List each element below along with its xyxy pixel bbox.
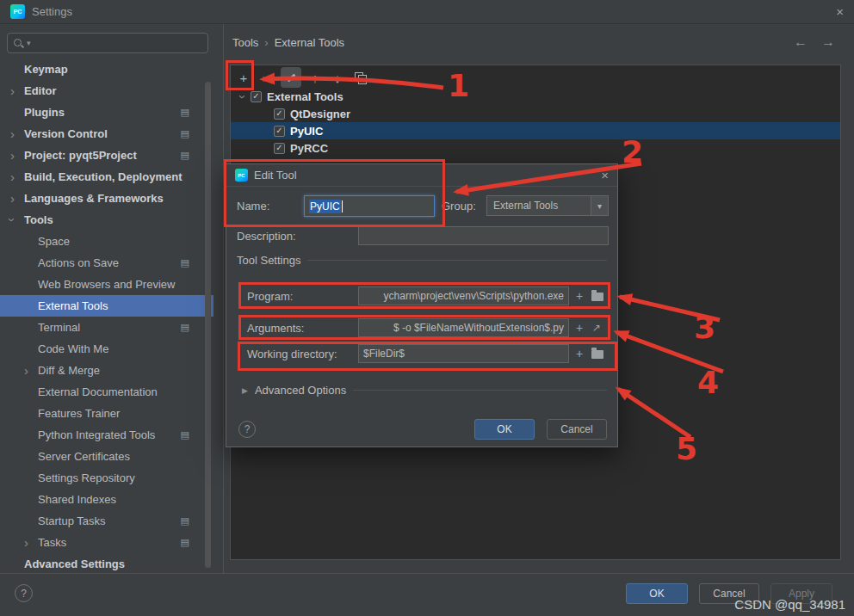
sidebar-item-build-execution-deployment[interactable]: › Build, Execution, Deployment <box>0 166 214 188</box>
search-history-chevron-icon[interactable]: ▾ <box>27 39 31 47</box>
program-input[interactable]: ycharm\project\venv\Scripts\python.exe <box>358 286 569 305</box>
sidebar-item-settings-repository[interactable]: Settings Repository <box>0 467 214 489</box>
ok-button[interactable]: OK <box>626 583 688 604</box>
chevron-right-icon: › <box>10 84 15 97</box>
settings-sync-icon: ▤ <box>181 515 189 527</box>
edit-tool-title: Edit Tool <box>254 169 297 182</box>
sidebar-item-terminal[interactable]: Terminal ▤ <box>0 317 214 338</box>
insert-macro-icon[interactable]: + <box>572 321 586 335</box>
window-close-icon[interactable]: × <box>836 5 844 18</box>
copy-icon <box>355 72 366 83</box>
sidebar-item-external-documentation[interactable]: External Documentation <box>0 381 214 403</box>
description-label: Description: <box>237 230 296 243</box>
expand-field-icon[interactable]: ↗ <box>590 321 603 335</box>
tree-row-pyrcc[interactable]: ✓ PyRCC <box>231 139 840 157</box>
tree-row-qtdesigner[interactable]: ✓ QtDesigner <box>231 105 840 122</box>
name-input[interactable]: PyUIC <box>304 195 435 217</box>
text-caret <box>342 200 343 213</box>
insert-macro-icon[interactable]: + <box>572 347 586 360</box>
sidebar-item-code-with-me[interactable]: Code With Me <box>0 338 214 360</box>
tree-row-external-tools[interactable]: › ✓ External Tools <box>231 88 840 105</box>
breadcrumb-separator: › <box>264 36 268 49</box>
checkbox-checked[interactable]: ✓ <box>251 91 262 102</box>
chevron-right-icon: › <box>10 170 15 183</box>
chevron-down-icon: › <box>6 218 19 222</box>
working-directory-label: Working directory: <box>247 348 337 360</box>
insert-macro-icon[interactable]: + <box>572 289 586 303</box>
move-down-button[interactable]: ↓ <box>327 67 348 88</box>
name-label: Name: <box>237 200 269 213</box>
sidebar-item-version-control[interactable]: › Version Control ▤ <box>0 123 214 145</box>
chevron-right-icon: › <box>10 192 15 205</box>
history-nav: ← → <box>794 34 835 50</box>
dialog-close-icon[interactable]: × <box>601 169 609 182</box>
settings-sync-icon: ▤ <box>181 128 189 139</box>
group-label: Group: <box>442 200 476 213</box>
breadcrumb: Tools › External Tools <box>232 36 344 49</box>
dialog-help-button[interactable]: ? <box>238 421 256 438</box>
section-separator-line <box>353 390 607 391</box>
chevron-right-icon: › <box>24 364 28 377</box>
working-directory-input[interactable]: $FileDir$ <box>358 344 569 363</box>
sidebar-item-tools[interactable]: › Tools <box>0 209 214 231</box>
copy-tool-button[interactable] <box>350 67 370 88</box>
breadcrumb-section[interactable]: Tools <box>232 36 258 49</box>
checkbox-checked[interactable]: ✓ <box>274 108 285 120</box>
sidebar-item-startup-tasks[interactable]: Startup Tasks ▤ <box>0 510 214 532</box>
chevron-down-icon[interactable]: › <box>237 95 250 99</box>
browse-folder-icon[interactable] <box>591 350 603 359</box>
settings-search-box[interactable]: ▾ <box>7 33 208 53</box>
sidebar-item-space[interactable]: Space <box>0 231 214 252</box>
forward-icon[interactable]: → <box>821 34 835 50</box>
arguments-label: Arguments: <box>247 322 304 335</box>
dialog-cancel-button[interactable]: Cancel <box>547 419 607 440</box>
sidebar-item-features-trainer[interactable]: Features Trainer <box>0 403 214 424</box>
remove-tool-button[interactable]: − <box>257 67 277 88</box>
back-icon[interactable]: ← <box>794 34 808 50</box>
arguments-input[interactable]: $ -o $FileNameWithoutExtension$.py <box>358 318 569 337</box>
description-input[interactable] <box>358 226 609 245</box>
settings-search-input[interactable] <box>34 37 202 49</box>
move-up-button[interactable]: ↑ <box>305 67 325 88</box>
sidebar-item-plugins[interactable]: Plugins ▤ <box>0 102 214 123</box>
chevron-down-icon[interactable]: ▾ <box>591 196 608 215</box>
settings-sync-icon: ▤ <box>181 150 189 161</box>
settings-sidebar: ▾ Keymap › Editor Plugins ▤ › Version Co… <box>0 24 224 573</box>
sidebar-item-advanced-settings[interactable]: Advanced Settings <box>0 553 214 573</box>
checkbox-checked[interactable]: ✓ <box>274 126 285 137</box>
sidebar-item-editor[interactable]: › Editor <box>0 80 214 102</box>
tree-row-pyuic[interactable]: ✓ PyUIC <box>231 122 840 139</box>
sidebar-item-languages-frameworks[interactable]: › Languages & Frameworks <box>0 188 214 209</box>
window-titlebar: PC Settings × <box>0 0 854 24</box>
browse-folder-icon[interactable] <box>591 293 603 301</box>
sidebar-item-keymap[interactable]: Keymap <box>0 59 214 80</box>
sidebar-item-actions-on-save[interactable]: Actions on Save ▤ <box>0 252 214 274</box>
pycharm-logo-icon: PC <box>235 169 248 182</box>
sidebar-scrollbar[interactable] <box>205 82 211 568</box>
edit-pencil-icon <box>286 72 297 83</box>
window-title: Settings <box>32 5 72 18</box>
sidebar-item-project-pyqt5project[interactable]: › Project: pyqt5Project ▤ <box>0 145 214 166</box>
edit-tool-button[interactable] <box>281 67 301 88</box>
dialog-ok-button[interactable]: OK <box>474 419 535 440</box>
sidebar-item-server-certificates[interactable]: Server Certificates <box>0 446 214 467</box>
sidebar-item-tasks[interactable]: › Tasks ▤ <box>0 532 214 553</box>
apply-button[interactable]: Apply <box>770 583 832 604</box>
sidebar-item-shared-indexes[interactable]: Shared Indexes <box>0 489 214 510</box>
search-icon <box>13 38 24 49</box>
add-tool-button[interactable]: + <box>233 67 254 88</box>
group-select[interactable]: External Tools ▾ <box>486 195 609 216</box>
program-label: Program: <box>247 290 293 303</box>
breadcrumb-page: External Tools <box>275 36 344 49</box>
sidebar-item-web-browsers-and-preview[interactable]: Web Browsers and Preview <box>0 274 214 295</box>
sidebar-item-external-tools[interactable]: External Tools <box>0 295 214 317</box>
sidebar-item-python-integrated-tools[interactable]: Python Integrated Tools ▤ <box>0 424 214 446</box>
settings-footer: ? OK Cancel Apply <box>0 573 854 616</box>
advanced-options-section[interactable]: ▶ Advanced Options <box>226 384 617 397</box>
help-button[interactable]: ? <box>15 584 33 602</box>
sidebar-item-diff-merge[interactable]: › Diff & Merge <box>0 360 214 381</box>
checkbox-checked[interactable]: ✓ <box>274 143 285 154</box>
edit-tool-dialog: PC Edit Tool × Name: PyUIC Group: Extern… <box>226 163 618 447</box>
external-tools-tree: › ✓ External Tools ✓ QtDesigner ✓ PyUIC … <box>231 88 840 157</box>
cancel-button[interactable]: Cancel <box>699 583 759 604</box>
